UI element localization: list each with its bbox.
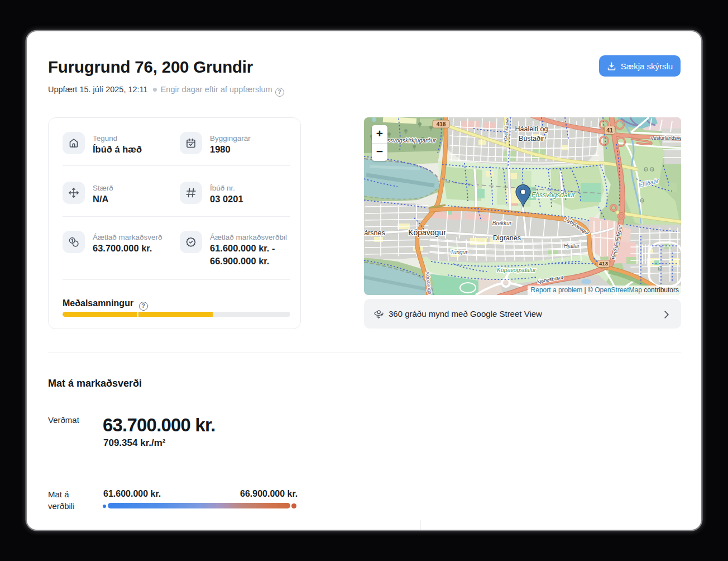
svg-text:Fossvogsdalur: Fossvogsdalur [531,191,576,199]
svg-text:Hjallar: Hjallar [564,243,580,249]
svg-text:413: 413 [599,260,608,267]
svg-text:Tungur: Tungur [451,249,468,255]
svg-text:41: 41 [606,127,613,134]
svg-text:Vesturlandsveg: Vesturlandsveg [650,135,681,141]
svg-text:Bústaðir: Bústaðir [519,135,544,142]
svg-text:Kópavogsdalur: Kópavogsdalur [497,267,537,273]
svg-text:418: 418 [437,121,446,127]
svg-text:ársnes: ársnes [364,229,385,237]
svg-text:Brekkur: Brekkur [492,220,512,226]
svg-text:Háaleiti og: Háaleiti og [515,125,548,133]
svg-text:Kópavogur: Kópavogur [408,228,446,237]
svg-text:Digranes: Digranes [493,234,521,242]
svg-text:ssvogskirkjugarður: ssvogskirkjugarður [387,137,436,144]
